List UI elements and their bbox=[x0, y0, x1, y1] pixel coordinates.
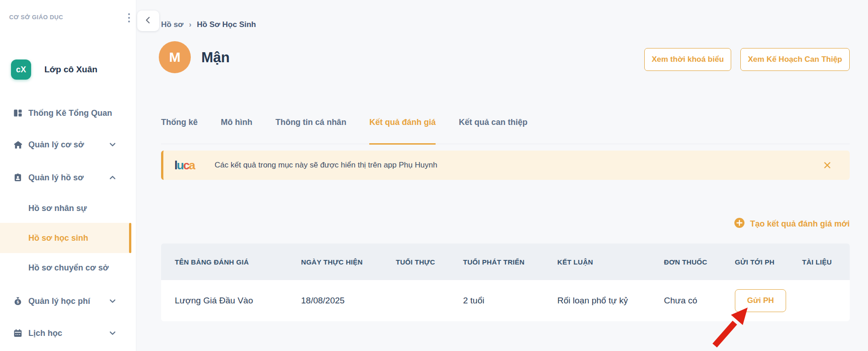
tab-ket-qua-danh-gia[interactable]: Kết quả đánh giá bbox=[369, 117, 436, 145]
chevron-down-icon bbox=[108, 297, 117, 306]
sidebar-item-ho-so-nhan-su[interactable]: Hồ sơ nhân sự bbox=[0, 193, 131, 223]
sidebar-item-thong-ke-tong-quan[interactable]: Thống Kê Tổng Quan bbox=[0, 98, 131, 128]
breadcrumb: Hồ sơ › Hồ Sơ Học Sinh bbox=[161, 20, 256, 29]
col-header-tuoi-phat-trien: TUỔI PHÁT TRIỂN bbox=[463, 258, 557, 266]
sidebar-item-lich-hoc[interactable]: Lịch học bbox=[0, 318, 131, 348]
create-assessment-link[interactable]: Tạo kết quả đánh giá mới bbox=[734, 218, 850, 230]
tab-mo-hinh[interactable]: Mô hình bbox=[221, 117, 252, 145]
chevron-down-icon bbox=[108, 329, 117, 338]
col-header-ten-bang: TÊN BẢNG ĐÁNH GIÁ bbox=[175, 258, 301, 266]
tab-thong-tin-ca-nhan[interactable]: Thông tin cá nhân bbox=[275, 117, 346, 145]
create-assessment-label: Tạo kết quả đánh giá mới bbox=[750, 219, 850, 229]
close-icon[interactable] bbox=[822, 160, 832, 170]
table-header-row: TÊN BẢNG ĐÁNH GIÁ NGÀY THỰC HIỆN TUỔI TH… bbox=[161, 243, 850, 280]
breadcrumb-separator: › bbox=[189, 21, 191, 29]
sidebar-item-ho-so-chuyen-co-so[interactable]: Hồ sơ chuyển cơ sở bbox=[0, 253, 131, 283]
chevron-down-icon bbox=[108, 140, 117, 149]
col-header-tuoi-thuc: TUỔI THỰC bbox=[396, 258, 463, 266]
col-header-ngay-thuc-hien: NGÀY THỰC HIỆN bbox=[301, 258, 396, 266]
col-header-tai-lieu: TÀI LIỆU bbox=[802, 258, 850, 266]
cell-send-to-parent: Gửi PH bbox=[735, 289, 802, 312]
banner-message: Các kết quả trong mục này sẽ được hiển t… bbox=[215, 161, 437, 170]
view-timetable-button[interactable]: Xem thời khoá biểu bbox=[644, 48, 731, 71]
cell-prescription: Chưa có bbox=[664, 296, 735, 306]
dashboard-icon bbox=[13, 108, 23, 118]
cell-date: 18/08/2025 bbox=[301, 296, 396, 306]
svg-text:$: $ bbox=[16, 300, 19, 304]
org-label: CƠ SỞ GIÁO DỤC bbox=[9, 14, 63, 21]
assessment-table: TÊN BẢNG ĐÁNH GIÁ NGÀY THỰC HIỆN TUỔI TH… bbox=[161, 243, 850, 321]
chevron-up-icon bbox=[108, 173, 117, 182]
student-avatar: M bbox=[159, 41, 191, 73]
sidebar-item-quan-ly-ho-so[interactable]: Quản lý hồ sơ bbox=[0, 162, 131, 193]
info-banner: luca Các kết quả trong mục này sẽ được h… bbox=[161, 151, 850, 180]
app-root: CƠ SỞ GIÁO DỤC cX Lớp cô Xuân Thống Kê T… bbox=[0, 0, 868, 351]
tab-bar: Thống kê Mô hình Thông tin cá nhân Kết q… bbox=[161, 117, 850, 144]
send-to-parent-button[interactable]: Gửi PH bbox=[735, 289, 786, 312]
breadcrumb-current: Hồ Sơ Học Sinh bbox=[197, 20, 256, 29]
col-header-ket-luan: KẾT LUẬN bbox=[557, 258, 664, 266]
col-header-gui-toi-ph: GỬI TỚI PH bbox=[735, 258, 802, 266]
sidebar-collapse-button[interactable] bbox=[137, 11, 159, 31]
tab-ket-qua-can-thiep[interactable]: Kết quả can thiệp bbox=[459, 117, 528, 145]
col-header-don-thuoc: ĐƠN THUỐC bbox=[664, 258, 735, 266]
tab-thong-ke[interactable]: Thống kê bbox=[161, 117, 198, 145]
chevron-left-icon bbox=[144, 16, 153, 27]
home-icon bbox=[13, 140, 23, 150]
sidebar-item-quan-ly-co-so[interactable]: Quản lý cơ sở bbox=[0, 130, 131, 160]
plus-circle-icon bbox=[734, 218, 744, 230]
view-intervention-plan-button[interactable]: Xem Kế Hoạch Can Thiệp bbox=[740, 48, 850, 71]
sidebar: CƠ SỞ GIÁO DỤC cX Lớp cô Xuân Thống Kê T… bbox=[0, 0, 136, 351]
workspace-switcher[interactable]: cX Lớp cô Xuân bbox=[11, 59, 97, 80]
cell-assessment-name: Lượng Giá Đầu Vào bbox=[175, 296, 301, 306]
table-row: Lượng Giá Đầu Vào 18/08/2025 2 tuổi Rối … bbox=[161, 280, 850, 321]
workspace-name: Lớp cô Xuân bbox=[44, 65, 97, 75]
money-bag-icon: $ bbox=[13, 296, 23, 306]
workspace-avatar: cX bbox=[11, 59, 31, 80]
page-title: Mận bbox=[201, 49, 230, 66]
sidebar-item-ho-so-hoc-sinh[interactable]: Hồ sơ học sinh bbox=[0, 223, 131, 253]
cell-conclusion: Rối loạn phổ tự kỷ bbox=[557, 296, 664, 306]
kebab-menu-icon[interactable] bbox=[124, 12, 135, 24]
breadcrumb-ho-so[interactable]: Hồ sơ bbox=[161, 20, 183, 29]
luca-logo: luca bbox=[174, 158, 194, 173]
cell-dev-age: 2 tuổi bbox=[463, 296, 557, 306]
calendar-icon bbox=[13, 328, 23, 338]
id-badge-icon bbox=[13, 173, 23, 183]
sidebar-item-quan-ly-hoc-phi[interactable]: $ Quản lý học phí bbox=[0, 286, 131, 316]
